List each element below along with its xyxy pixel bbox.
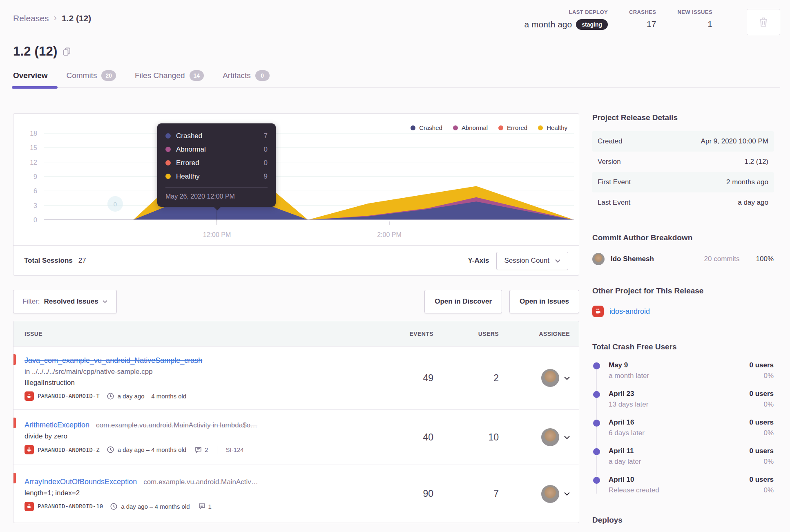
author-name: Ido Shemesh xyxy=(611,255,654,263)
other-project-section: Other Project for This Release idos-andr… xyxy=(592,286,774,317)
deploys-heading: Deploys xyxy=(592,516,774,525)
new-issues-label: NEW ISSUES xyxy=(677,9,712,15)
tabbar: Overview Commits 20 Files Changed 14 Art… xyxy=(13,70,780,88)
table-row[interactable]: ArrayIndexOutOfBoundsException com.examp… xyxy=(13,465,579,523)
legend-item-healthy[interactable]: Healthy xyxy=(538,124,567,131)
sessions-chart[interactable]: 181512963012:00 PM2:00 PM Crashed Abnorm… xyxy=(13,114,579,245)
chart-tooltip: Crashed 7 Abnormal 0 Errored 0 xyxy=(157,123,276,207)
author-percent: 100% xyxy=(756,255,774,263)
tab-count-badge: 0 xyxy=(255,70,270,81)
sessions-chart-svg: 181512963012:00 PM2:00 PM xyxy=(13,114,579,245)
tab-artifacts[interactable]: Artifacts 0 xyxy=(223,70,270,81)
svg-text:2:00 PM: 2:00 PM xyxy=(377,231,402,238)
issue-users-count: 7 xyxy=(446,488,499,499)
assignee-avatar[interactable] xyxy=(541,428,559,446)
delete-release-button[interactable] xyxy=(747,9,780,35)
crash-free-section: Total Crash Free Users May 9 a month lat… xyxy=(592,342,774,504)
timeline-subtitle: a month later xyxy=(609,372,649,380)
issue-culprit: in ../../../../src/main/cpp/native-sampl… xyxy=(25,368,376,376)
last-deploy-label: LAST DEPLOY xyxy=(569,9,608,15)
crash-free-heading: Total Crash Free Users xyxy=(592,342,774,351)
svg-text:6: 6 xyxy=(33,188,37,194)
timeline-percent: 0% xyxy=(749,458,774,466)
svg-text:18: 18 xyxy=(30,130,37,137)
chart-legend: Crashed Abnormal Errored Healthy xyxy=(411,124,567,131)
tab-files-changed[interactable]: Files Changed 14 xyxy=(135,70,204,81)
tooltip-value: 9 xyxy=(264,172,268,181)
tooltip-label: Crashed xyxy=(176,132,202,140)
legend-item-crashed[interactable]: Crashed xyxy=(411,124,442,131)
deploys-section: Deploys xyxy=(592,516,774,525)
comment-icon xyxy=(199,503,205,510)
detail-row-last-event: Last Event a day ago xyxy=(592,192,774,213)
svg-text:12:00 PM: 12:00 PM xyxy=(203,231,231,238)
commit-author-section: Commit Author Breakdown Ido Shemesh 20 c… xyxy=(592,233,774,265)
issue-culprit[interactable]: com.example.vu.android.MainActiv… xyxy=(143,478,258,486)
assignee-dropdown-chevron-icon[interactable] xyxy=(564,376,570,380)
abnormal-dot-icon xyxy=(165,147,171,152)
issue-age: a day ago – 4 months old xyxy=(118,446,186,453)
breadcrumb-releases[interactable]: Releases xyxy=(13,13,49,23)
unhandled-indicator xyxy=(13,418,16,428)
project-slug[interactable]: PARANOID-ANDROID-10 xyxy=(38,503,103,510)
issue-age: a day ago – 4 months old xyxy=(118,393,186,400)
new-issues-value: 1 xyxy=(707,19,712,29)
legend-label: Crashed xyxy=(419,124,442,131)
table-row[interactable]: Java_com_example_vu_android_NativeSample… xyxy=(13,346,579,410)
issue-age: a day ago – 4 months old xyxy=(121,503,190,510)
timeline-date: April 23 xyxy=(609,390,648,398)
crashes-value: 17 xyxy=(647,19,656,29)
svg-text:15: 15 xyxy=(30,144,37,151)
timeline-percent: 0% xyxy=(749,429,774,437)
y-axis-select[interactable]: Session Count xyxy=(496,252,568,270)
tab-count-badge: 20 xyxy=(101,70,116,81)
tab-count-badge: 14 xyxy=(190,70,204,81)
tooltip-row-healthy: Healthy 9 xyxy=(165,170,268,183)
clock-icon xyxy=(107,446,114,453)
detail-label: Last Event xyxy=(598,199,630,207)
assignee-dropdown-chevron-icon[interactable] xyxy=(564,436,570,439)
issue-title-link[interactable]: ArrayIndexOutOfBoundsException xyxy=(25,478,137,486)
topbar: Releases › 1.2 (12) LAST DEPLOY a month … xyxy=(13,9,780,35)
svg-text:9: 9 xyxy=(33,173,37,180)
issue-culprit[interactable]: com.example.vu.android.MainActivity in l… xyxy=(96,421,257,429)
header-stats: LAST DEPLOY a month ago staging CRASHES … xyxy=(524,9,780,35)
copy-icon[interactable] xyxy=(63,47,71,56)
comments-group: 2 xyxy=(195,446,208,453)
stat-crashes: CRASHES 17 xyxy=(629,9,656,29)
clock-icon xyxy=(107,393,114,400)
tab-commits[interactable]: Commits 20 xyxy=(67,70,116,81)
other-project-link[interactable]: idos-android xyxy=(609,307,650,316)
issues-filter-dropdown[interactable]: Filter: Resolved Issues xyxy=(13,290,117,313)
tooltip-row-abnormal: Abnormal 0 xyxy=(165,143,268,156)
issue-title-link[interactable]: ArithmeticException xyxy=(25,421,89,429)
assignee-avatar[interactable] xyxy=(541,485,559,503)
legend-item-errored[interactable]: Errored xyxy=(498,124,527,131)
tooltip-row-errored: Errored 0 xyxy=(165,156,268,170)
open-in-issues-button[interactable]: Open in Issues xyxy=(509,290,579,313)
tab-overview[interactable]: Overview xyxy=(13,70,48,81)
stat-last-deploy: LAST DEPLOY a month ago staging xyxy=(524,9,608,30)
detail-row-first-event: First Event 2 months ago xyxy=(592,172,774,192)
issue-title-link[interactable]: Java_com_example_vu_android_NativeSample… xyxy=(25,356,202,365)
column-users: USERS xyxy=(446,331,499,337)
open-in-discover-button[interactable]: Open in Discover xyxy=(424,290,502,313)
crashed-dot-icon xyxy=(411,125,415,130)
tooltip-row-crashed: Crashed 7 xyxy=(165,129,268,143)
timeline-users: 0 users xyxy=(749,390,774,398)
table-row[interactable]: ArithmeticException com.example.vu.andro… xyxy=(13,410,579,465)
timeline-entry: April 11 a day later 0 users 0% xyxy=(592,447,774,476)
project-slug[interactable]: PARANOID-ANDROID-Z xyxy=(38,447,100,453)
java-project-icon xyxy=(25,391,34,401)
breadcrumb-current: 1.2 (12) xyxy=(62,13,91,23)
chevron-right-icon: › xyxy=(54,13,57,23)
timeline-date: May 9 xyxy=(609,361,649,369)
legend-item-abnormal[interactable]: Abnormal xyxy=(453,124,488,131)
timeline-subtitle: a day later xyxy=(609,458,641,466)
project-slug[interactable]: PARANOID-ANDROID-T xyxy=(38,393,100,399)
stat-new-issues: NEW ISSUES 1 xyxy=(677,9,712,29)
total-sessions-label: Total Sessions xyxy=(24,257,73,265)
assignee-dropdown-chevron-icon[interactable] xyxy=(564,492,570,496)
svg-text:12: 12 xyxy=(30,159,37,166)
assignee-avatar[interactable] xyxy=(541,369,559,387)
